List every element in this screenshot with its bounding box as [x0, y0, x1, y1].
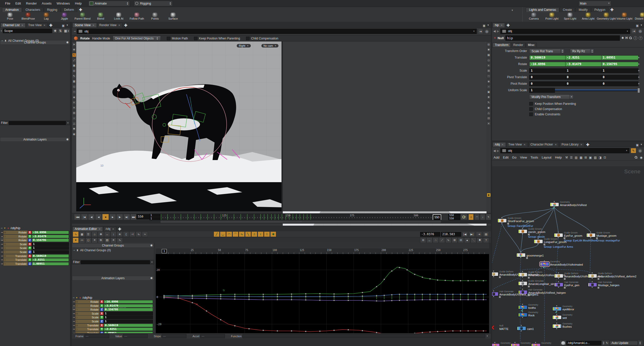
- node-EyeFur_gen[interactable]: [554, 283, 563, 287]
- checkbox-enable-constraints[interactable]: Enable Constraints: [529, 113, 560, 116]
- frame-readout-field[interactable]: ---: [85, 334, 109, 338]
- node-AmarokBodyUVsRest_hairgen1[interactable]: [492, 292, 498, 296]
- shelf-tool-geometry-light[interactable]: Geometry Light: [597, 12, 615, 22]
- parameter-row-rotatez[interactable]: ⇥└RotateZ0.156795: [72, 308, 153, 311]
- pin-icon[interactable]: ⇥: [0, 247, 4, 249]
- ae-display-button-3[interactable]: ⟋: [439, 237, 445, 243]
- node-AmarokBodyUVsRest_deform3[interactable]: [492, 272, 498, 276]
- parameter-value[interactable]: -3.01479: [104, 304, 153, 308]
- ae-function-button-1[interactable]: ◡: [220, 231, 226, 237]
- forward-icon[interactable]: ▶: [497, 149, 499, 153]
- play-reverse-button[interactable]: ◀: [95, 214, 102, 220]
- parameter-value[interactable]: 1: [32, 246, 69, 250]
- parameter-value[interactable]: -16.6996: [104, 300, 153, 304]
- tab--obj[interactable]: /obj✕: [493, 142, 506, 147]
- viewport-tool-icon-7[interactable]: ▦: [72, 79, 76, 83]
- timeline-scrollbar[interactable]: ⋯: [72, 220, 491, 224]
- parameter-value[interactable]: -2.8251: [32, 258, 69, 262]
- parameter-row-scaley[interactable]: ⇥├ScaleY1: [72, 316, 153, 319]
- ae-edit-button-3[interactable]: ✕: [92, 237, 98, 243]
- pin-icon[interactable]: ⇥: [0, 239, 4, 241]
- node-input-dot[interactable]: [558, 272, 559, 273]
- channel-graph[interactable]: 2550751001251501752002252502751 200-20rx…: [156, 249, 489, 339]
- net-toolbar-icon-4[interactable]: ⊞: [584, 156, 587, 159]
- net-menu-tools[interactable]: Tools: [531, 156, 538, 159]
- shelf-tab-characters[interactable]: Characters: [22, 8, 44, 12]
- viewport-divider[interactable]: [281, 41, 283, 211]
- cursor-value-field[interactable]: 218.583: [441, 232, 461, 237]
- node-geometry-offscreen[interactable]: [531, 343, 540, 346]
- ae-view-button-11[interactable]: ≈: [142, 231, 148, 237]
- shelf-tool-spot-light[interactable]: Spot Light: [561, 12, 579, 22]
- pin-icon[interactable]: ⇥: [1, 39, 3, 42]
- node-Mustage_groom[interactable]: [586, 233, 595, 237]
- back-icon[interactable]: ◀: [493, 29, 496, 33]
- network-path-field[interactable]: obj ▼: [500, 148, 629, 153]
- node-input-dot[interactable]: [514, 342, 515, 343]
- node-input-dot[interactable]: [522, 280, 523, 281]
- chevron-down-icon[interactable]: ▼: [640, 143, 642, 147]
- parameter-row-rotatey[interactable]: ⇥├RotateY-3.01479: [0, 235, 69, 238]
- node-output-dot[interactable]: [493, 296, 494, 297]
- node-EyeFur_groom[interactable]: [554, 233, 563, 237]
- timeline-ruler[interactable]: 125250375500550: [160, 214, 441, 220]
- parameter-value[interactable]: 1: [104, 316, 153, 319]
- chevron-down-icon[interactable]: ▼: [487, 24, 489, 27]
- pin-icon[interactable]: ⇥: [0, 235, 4, 238]
- range-end-input[interactable]: 550: [448, 214, 460, 217]
- viewport-tool-icon-13[interactable]: △: [487, 111, 491, 115]
- parameter-value[interactable]: 1: [104, 312, 153, 315]
- ae-view-button-1[interactable]: ▦: [79, 231, 85, 237]
- close-icon[interactable]: ✕: [112, 227, 114, 231]
- parameter-jack-icon[interactable]: ⌖: [638, 62, 640, 66]
- shelf-overflow-icon[interactable]: ▼: [511, 9, 513, 12]
- node-output-dot[interactable]: [556, 319, 557, 320]
- ae-display-button-2[interactable]: ∴: [433, 237, 439, 243]
- net-toolbar-icon-0[interactable]: ⚒: [565, 156, 568, 159]
- close-icon[interactable]: ✕: [580, 142, 582, 147]
- viewport-tool-icon-6[interactable]: ✎: [72, 74, 76, 78]
- tab-hip[interactable]: hip✕: [493, 23, 505, 27]
- pin-icon[interactable]: ⇥: [1, 227, 3, 229]
- viewport-tool-icon-4[interactable]: ≡: [487, 64, 491, 68]
- node-MATTE[interactable]: ✕: [492, 324, 495, 332]
- chevron-down-icon[interactable]: ▼: [67, 122, 69, 124]
- shelf-tab-lights-and-cameras[interactable]: Lights and Cameras: [526, 8, 559, 12]
- ae-view-button-10[interactable]: ∿: [136, 231, 142, 237]
- network-canvas[interactable]: Scene GeometryAmarokBodyUVsRestGuide Gro…: [492, 166, 644, 346]
- slope-readout-field[interactable]: ---: [162, 334, 186, 338]
- viewport-tool-icon-9[interactable]: ▣: [487, 90, 491, 94]
- param-pivot-translate-y[interactable]: 0: [565, 75, 602, 80]
- param-scale-z[interactable]: 1: [601, 68, 638, 73]
- node-input-dot[interactable]: [535, 342, 536, 343]
- refresh-icon[interactable]: ↻: [606, 341, 608, 345]
- checkbox-child-compensation[interactable]: Child Compensation: [529, 107, 562, 111]
- tab-add-button[interactable]: ✚: [505, 23, 511, 27]
- ae-function-button-9[interactable]: ✱: [270, 231, 276, 237]
- param-rotate-x[interactable]: -16.6996: [529, 62, 567, 67]
- shelf-tool-area-light[interactable]: Area Light: [579, 12, 597, 22]
- scope-input[interactable]: Scope: [3, 29, 52, 33]
- ae-edit-button-4[interactable]: ⧉: [98, 237, 104, 243]
- parameter-value[interactable]: -2.8251: [104, 327, 153, 331]
- chevron-down-icon[interactable]: ▾: [1, 30, 2, 32]
- node-AmarokBodyUVsRest_deform[interactable]: [518, 273, 527, 277]
- frame-input[interactable]: 550: [136, 214, 151, 219]
- net-toolbar-icon-7[interactable]: ◨: [599, 156, 601, 159]
- node-input-dot[interactable]: [522, 304, 523, 305]
- node-LongueFur_groom[interactable]: [534, 239, 543, 243]
- param-pivot-rotate-x[interactable]: 0: [529, 81, 567, 86]
- parameter-row-rotatex[interactable]: ⇥⊟RotateX-16.6996: [0, 231, 69, 234]
- node-AmarokBodyUVsRest[interactable]: [550, 203, 559, 207]
- ae-display-button-1[interactable]: ↔: [426, 237, 432, 243]
- parameter-value[interactable]: 1: [104, 320, 153, 323]
- viewport-tool-icon-0[interactable]: ◎: [487, 42, 491, 46]
- shelf-tab-create[interactable]: Create: [559, 8, 575, 12]
- ae-function-button-3[interactable]: ⌒: [232, 231, 238, 237]
- ae-view-button-7[interactable]: ≋: [117, 231, 123, 237]
- shelf-tool-blend[interactable]: Blend: [92, 12, 110, 22]
- close-icon[interactable]: ✕: [21, 23, 23, 27]
- shelf-tool-distant-light[interactable]: Distant Light: [633, 12, 644, 22]
- node-output-dot[interactable]: [522, 317, 523, 318]
- viewport-tool-icon-10[interactable]: ◈: [72, 95, 76, 99]
